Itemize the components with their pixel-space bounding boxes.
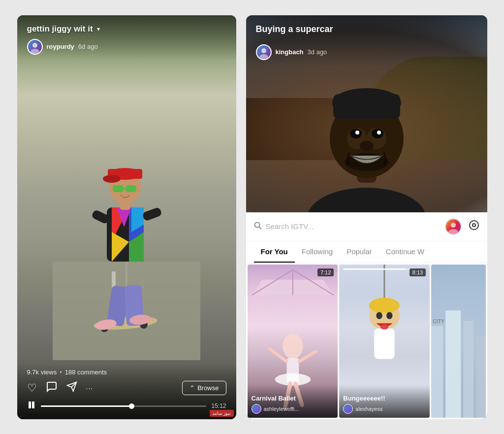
video-author-2: alexhayess bbox=[355, 406, 382, 412]
comments-stat: 188 comments bbox=[65, 368, 107, 376]
svg-point-69 bbox=[377, 312, 382, 319]
svg-rect-73 bbox=[431, 326, 443, 418]
video-title-card-2: Bungeeeeee!! bbox=[343, 395, 426, 402]
search-placeholder[interactable]: Search IGTV... bbox=[266, 222, 314, 231]
header-icons bbox=[445, 218, 479, 235]
video-card-cityscape[interactable]: CITY bbox=[431, 265, 485, 418]
tab-popular[interactable]: Popular bbox=[340, 241, 379, 263]
svg-rect-74 bbox=[445, 310, 461, 418]
time-ago-label: 6d ago bbox=[78, 43, 98, 50]
settings-icon[interactable] bbox=[469, 220, 479, 233]
progress-dot bbox=[129, 403, 134, 409]
right-username-label[interactable]: kingbach bbox=[276, 48, 304, 56]
browse-button[interactable]: ⌃ Browse bbox=[182, 381, 226, 395]
tab-following[interactable]: Following bbox=[295, 241, 340, 263]
video-duration-2: 8:13 bbox=[410, 268, 426, 276]
search-bar: Search IGTV... bbox=[254, 222, 445, 232]
left-video-panel: gettin jiggy wit it ▾ roypurdy 6d ago bbox=[17, 15, 236, 419]
views-stat: 9.7k views bbox=[27, 368, 57, 376]
video-title-card-1: Carnival Ballet bbox=[252, 395, 334, 402]
video-progress-fill-2 bbox=[343, 268, 405, 270]
tab-for-you[interactable]: For You bbox=[254, 241, 295, 263]
road-line bbox=[126, 237, 127, 286]
right-user-row: kingbach 3d ago bbox=[256, 44, 477, 60]
svg-line-48 bbox=[259, 227, 261, 229]
more-icon[interactable]: ··· bbox=[86, 384, 94, 392]
svg-point-50 bbox=[448, 229, 458, 234]
svg-text:CITY: CITY bbox=[433, 319, 445, 324]
right-time-ago: 3d ago bbox=[308, 48, 327, 56]
video-card-bungee[interactable]: 8:13 Bungeeeeee!! alexhayess bbox=[339, 265, 430, 418]
svg-point-46 bbox=[259, 54, 268, 59]
video-author-row-1: ashleylewoffi... bbox=[252, 404, 334, 414]
user-row: roypurdy 6d ago bbox=[27, 39, 226, 55]
svg-point-71 bbox=[380, 324, 389, 329]
svg-rect-75 bbox=[464, 321, 474, 418]
video-duration-1: 7:12 bbox=[317, 268, 334, 276]
right-title-row: Buying a supercar bbox=[256, 24, 477, 39]
svg-rect-68 bbox=[375, 328, 395, 359]
video-card-carnival-ballet[interactable]: 7:12 Carnival Ballet ashleylewoffi... bbox=[248, 265, 338, 418]
svg-point-67 bbox=[369, 298, 400, 313]
right-video-panel: Buying a supercar kingbach 3d ago bbox=[246, 15, 487, 419]
svg-point-59 bbox=[275, 373, 311, 385]
search-bar-row: Search IGTV... bbox=[246, 212, 487, 241]
video-info-1: Carnival Ballet ashleylewoffi... bbox=[248, 385, 338, 418]
card3-art: CITY bbox=[431, 265, 485, 418]
svg-point-42 bbox=[377, 131, 381, 134]
video-header: gettin jiggy wit it ▾ roypurdy 6d ago bbox=[17, 15, 236, 61]
video-background bbox=[17, 15, 236, 419]
video-controls: 9.7k views • 188 comments ♡ bbox=[17, 364, 236, 419]
stats-row: 9.7k views • 188 comments bbox=[27, 368, 226, 376]
svg-point-47 bbox=[254, 222, 259, 227]
video-author-1: ashleylewoffi... bbox=[264, 406, 299, 412]
like-icon[interactable]: ♡ bbox=[27, 382, 37, 395]
svg-point-70 bbox=[386, 312, 392, 319]
videos-grid: 7:12 Carnival Ballet ashleylewoffi... bbox=[246, 263, 487, 419]
progress-row: 15:12 bbox=[27, 401, 226, 412]
duration-label: 15:12 bbox=[211, 402, 226, 409]
dropdown-icon[interactable]: ▾ bbox=[97, 26, 100, 33]
video-progress-bar-2 bbox=[343, 268, 416, 270]
browse-chevron: ⌃ bbox=[189, 384, 195, 392]
igtv-profile-avatar[interactable] bbox=[445, 218, 462, 235]
action-icons: ♡ ··· bbox=[27, 381, 94, 396]
video-author-avatar-2 bbox=[343, 404, 353, 414]
video-info-2: Bungeeeeee!! alexhayess bbox=[339, 385, 430, 418]
svg-point-0 bbox=[32, 43, 37, 48]
tabs-row: For You Following Popular Continue W bbox=[246, 241, 487, 263]
svg-point-45 bbox=[261, 48, 266, 53]
svg-rect-36 bbox=[333, 94, 400, 119]
username-label[interactable]: roypurdy bbox=[47, 43, 74, 50]
watermark: نیوز سامد bbox=[210, 410, 234, 417]
video-author-avatar-1 bbox=[252, 404, 261, 414]
svg-point-43 bbox=[360, 141, 374, 151]
tab-continue[interactable]: Continue W bbox=[379, 241, 431, 263]
pause-icon[interactable] bbox=[27, 401, 36, 412]
svg-point-57 bbox=[283, 333, 303, 359]
svg-rect-31 bbox=[32, 401, 34, 408]
video-author-row-2: alexhayess bbox=[343, 404, 426, 414]
svg-rect-76 bbox=[476, 336, 486, 418]
share-icon[interactable] bbox=[66, 381, 77, 395]
comment-icon[interactable] bbox=[46, 381, 58, 396]
svg-point-44 bbox=[345, 153, 389, 171]
svg-point-52 bbox=[472, 224, 475, 227]
video-title: gettin jiggy wit it bbox=[27, 24, 93, 34]
svg-point-1 bbox=[31, 49, 39, 54]
progress-bar[interactable] bbox=[41, 405, 207, 407]
right-video-header: Buying a supercar kingbach 3d ago bbox=[246, 15, 487, 66]
igtv-ui-overlay: Search IGTV... bbox=[246, 212, 487, 419]
svg-rect-30 bbox=[29, 401, 31, 408]
search-icon bbox=[254, 222, 262, 232]
svg-point-51 bbox=[470, 221, 478, 230]
actions-row: ♡ ··· ⌃ Bro bbox=[27, 381, 226, 396]
svg-point-41 bbox=[355, 131, 359, 134]
avatar[interactable] bbox=[27, 39, 43, 55]
video-title-row: gettin jiggy wit it ▾ bbox=[27, 24, 226, 34]
svg-point-49 bbox=[451, 223, 456, 228]
progress-fill bbox=[41, 405, 132, 407]
right-video-title: Buying a supercar bbox=[256, 24, 333, 34]
right-avatar[interactable] bbox=[256, 44, 272, 60]
